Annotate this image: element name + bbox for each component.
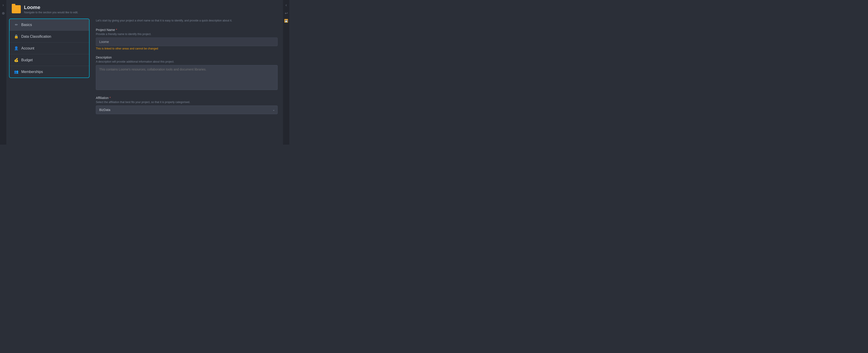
nav-item-data-classification[interactable]: 🔒 Data Classification [9, 31, 89, 42]
project-name-sublabel: Provide a friendly name to identify this… [96, 33, 278, 36]
project-name-warning: This is linked to other areas and cannot… [96, 47, 278, 50]
user-icon: 👤 [14, 46, 19, 51]
nav-item-memberships[interactable]: 👥 Memberships [9, 66, 89, 77]
nav-panel-inner: ✏ Basics 🔒 Data Classification 👤 Account… [9, 19, 90, 78]
project-name-input[interactable] [96, 37, 278, 46]
collapse-icon[interactable] [285, 3, 287, 7]
affiliation-select-wrapper: BizData Other ⌄ [96, 105, 278, 114]
project-name-required: * [116, 28, 117, 32]
nav-item-budget-label: Budget [21, 58, 33, 62]
lock-icon: 🔒 [14, 34, 19, 39]
description-textarea[interactable] [96, 65, 278, 90]
content-panel: Let's start by giving your project a sho… [92, 17, 283, 145]
left-rail [0, 0, 6, 145]
nav-item-memberships-label: Memberships [21, 70, 43, 74]
expand-icon[interactable] [2, 3, 4, 7]
nav-item-basics-label: Basics [21, 23, 32, 27]
header: Loome Navigate to the section you would … [6, 0, 283, 17]
app-title: Loome [24, 4, 78, 10]
undo-icon[interactable] [285, 11, 288, 15]
description-label: Description [96, 56, 278, 59]
right-rail: 💾 [283, 0, 289, 145]
nav-item-account[interactable]: 👤 Account [9, 42, 89, 54]
app-folder-icon [12, 5, 21, 13]
affiliation-sublabel: Select the affiliation that best fits yo… [96, 101, 278, 104]
form-intro: Let's start by giving your project a sho… [96, 19, 278, 23]
affiliation-select[interactable]: BizData Other [96, 105, 278, 114]
app-subtitle: Navigate to the section you would like t… [24, 11, 78, 14]
project-name-field-group: Project Name * Provide a friendly name t… [96, 28, 278, 50]
coin-icon: 💰 [14, 58, 19, 62]
main-content: Loome Navigate to the section you would … [6, 0, 283, 145]
save-icon[interactable]: 💾 [284, 19, 288, 23]
nav-item-basics[interactable]: ✏ Basics [9, 19, 89, 31]
nav-item-budget[interactable]: 💰 Budget [9, 54, 89, 66]
affiliation-field-group: Affiliation * Select the affiliation tha… [96, 96, 278, 114]
group-icon: 👥 [14, 70, 19, 74]
add-icon[interactable] [2, 11, 5, 15]
nav-panel: ✏ Basics 🔒 Data Classification 👤 Account… [6, 17, 92, 145]
affiliation-required: * [110, 96, 111, 100]
description-field-group: Description A description will provide a… [96, 56, 278, 91]
affiliation-label: Affiliation * [96, 96, 278, 100]
nav-item-data-classification-label: Data Classification [21, 35, 51, 39]
header-text: Loome Navigate to the section you would … [24, 4, 78, 14]
project-name-label: Project Name * [96, 28, 278, 32]
pencil-icon: ✏ [14, 23, 19, 27]
body-row: ✏ Basics 🔒 Data Classification 👤 Account… [6, 17, 283, 145]
description-sublabel: A description will provide additional in… [96, 60, 278, 63]
nav-item-account-label: Account [21, 46, 34, 51]
